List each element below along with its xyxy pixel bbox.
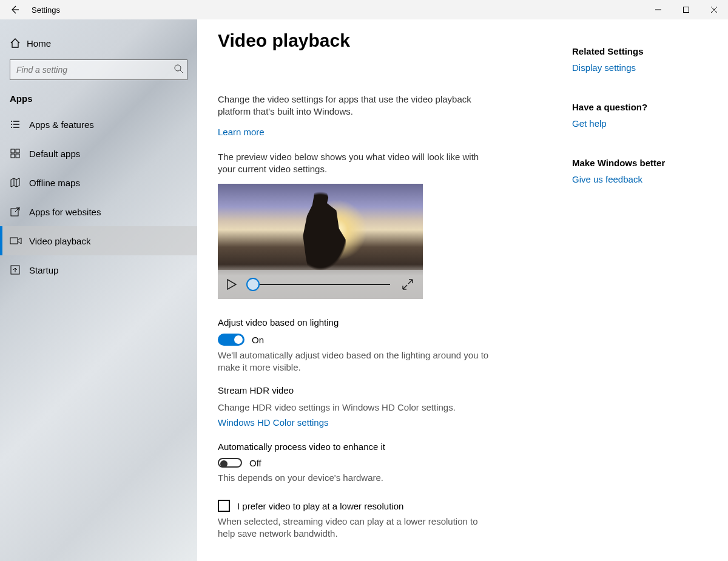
svg-rect-4 xyxy=(11,149,15,153)
fullscreen-icon xyxy=(401,278,414,291)
preview-description: The preview video below shows you what v… xyxy=(218,151,497,176)
have-question-header: Have a question? xyxy=(572,102,718,112)
window-title: Settings xyxy=(32,5,60,15)
lighting-title: Adjust video based on lighting xyxy=(218,317,558,328)
window-controls xyxy=(644,0,728,19)
nav-list: Apps & features Default apps Offline map… xyxy=(0,110,197,284)
sidebar-item-label: Default apps xyxy=(29,149,80,159)
svg-point-2 xyxy=(175,65,181,71)
title-bar-left: Settings xyxy=(0,0,60,19)
svg-line-3 xyxy=(180,70,183,73)
sidebar-item-startup[interactable]: Startup xyxy=(0,255,197,284)
get-help-link[interactable]: Get help xyxy=(572,118,718,129)
enhance-state: Off xyxy=(249,458,261,468)
home-label: Home xyxy=(27,38,51,49)
svg-rect-1 xyxy=(684,7,689,13)
search-box[interactable] xyxy=(10,59,187,80)
home-button[interactable]: Home xyxy=(0,30,197,56)
video-preview[interactable] xyxy=(218,184,423,299)
lighting-subtext: We'll automatically adjust video based o… xyxy=(218,349,497,374)
list-icon xyxy=(10,119,29,130)
page-title: Video playback xyxy=(218,30,558,51)
lowres-checkbox[interactable] xyxy=(218,500,230,512)
sidebar-item-label: Apps for websites xyxy=(29,207,101,217)
map-icon xyxy=(10,177,29,188)
defaults-icon xyxy=(10,148,29,159)
lighting-toggle[interactable] xyxy=(218,334,244,346)
enhance-title: Automatically process video to enhance i… xyxy=(218,442,558,452)
play-button[interactable] xyxy=(226,277,241,292)
category-header: Apps xyxy=(0,86,197,110)
sidebar-item-label: Apps & features xyxy=(29,119,94,130)
fullscreen-button[interactable] xyxy=(401,278,414,291)
related-settings-header: Related Settings xyxy=(572,46,718,56)
hdr-subtext: Change HDR video settings in Windows HD … xyxy=(218,401,497,414)
play-icon xyxy=(226,278,237,291)
close-button[interactable] xyxy=(700,0,728,19)
sidebar-item-video-playback[interactable]: Video playback xyxy=(0,226,197,255)
hdr-title: Stream HDR video xyxy=(218,385,558,395)
content-area: Video playback Change the video settings… xyxy=(197,19,728,561)
sidebar-item-label: Offline maps xyxy=(29,178,80,188)
main-column: Video playback Change the video settings… xyxy=(218,30,558,546)
enhance-toggle[interactable] xyxy=(218,458,242,468)
maximize-icon xyxy=(682,6,690,13)
sidebar-item-apps-features[interactable]: Apps & features xyxy=(0,110,197,139)
minimize-button[interactable] xyxy=(644,0,672,19)
home-icon xyxy=(10,38,27,49)
svg-rect-5 xyxy=(16,149,19,153)
search-icon xyxy=(174,64,183,76)
search-container xyxy=(0,56,197,86)
seek-slider[interactable] xyxy=(251,284,390,285)
sidebar-item-default-apps[interactable]: Default apps xyxy=(0,139,197,168)
video-controls xyxy=(218,270,423,299)
back-arrow-icon xyxy=(10,5,19,15)
learn-more-link[interactable]: Learn more xyxy=(218,127,265,137)
right-column: Related Settings Display settings Have a… xyxy=(572,30,718,546)
sidebar-item-apps-websites[interactable]: Apps for websites xyxy=(0,197,197,226)
minimize-icon xyxy=(655,6,662,13)
lowres-subtext: When selected, streaming video can play … xyxy=(218,516,497,540)
preview-silhouette xyxy=(287,189,354,280)
back-button[interactable] xyxy=(0,0,29,19)
lowres-label: I prefer video to play at a lower resolu… xyxy=(237,501,403,511)
svg-rect-7 xyxy=(16,154,19,158)
seek-thumb[interactable] xyxy=(246,278,260,291)
sidebar-item-offline-maps[interactable]: Offline maps xyxy=(0,168,197,197)
enhance-subtext: This depends on your device's hardware. xyxy=(218,472,497,484)
svg-rect-6 xyxy=(11,154,15,158)
sidebar-item-label: Startup xyxy=(29,265,58,275)
page-description: Change the video settings for apps that … xyxy=(218,93,497,118)
maximize-button[interactable] xyxy=(672,0,700,19)
sidebar-item-label: Video playback xyxy=(29,236,90,246)
search-input[interactable] xyxy=(10,60,187,79)
sidebar: Home Apps Apps & features Def xyxy=(0,19,197,561)
startup-icon xyxy=(10,264,29,275)
hd-color-settings-link[interactable]: Windows HD Color settings xyxy=(218,417,329,428)
open-external-icon xyxy=(10,206,29,217)
svg-rect-9 xyxy=(10,238,18,244)
lighting-state: On xyxy=(252,335,264,345)
title-bar: Settings xyxy=(0,0,728,19)
close-icon xyxy=(710,6,718,13)
display-settings-link[interactable]: Display settings xyxy=(572,62,718,73)
make-better-header: Make Windows better xyxy=(572,158,718,168)
video-icon xyxy=(10,235,29,246)
feedback-link[interactable]: Give us feedback xyxy=(572,174,718,184)
